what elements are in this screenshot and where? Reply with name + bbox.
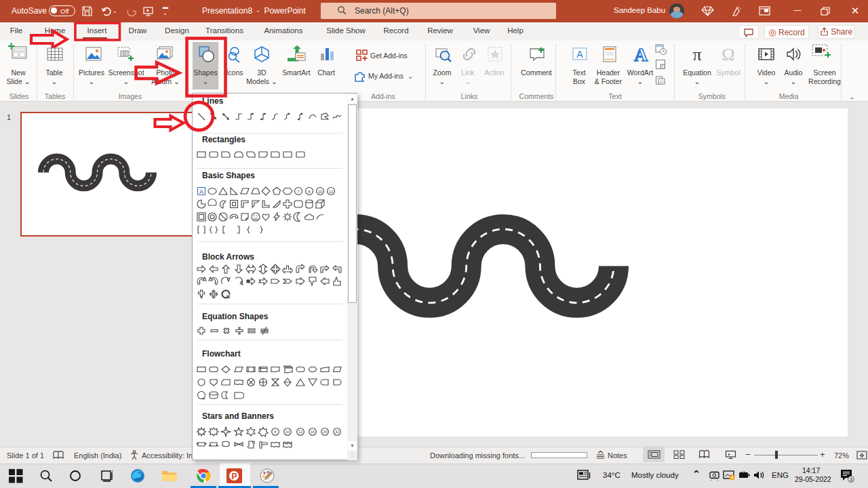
svg-text:10: 10	[285, 430, 290, 434]
svg-text:3: 3	[850, 476, 853, 483]
svg-text:10: 10	[318, 190, 323, 194]
svg-text:8: 8	[308, 190, 311, 194]
svg-text:24: 24	[323, 430, 327, 434]
svg-text:A: A	[634, 45, 648, 64]
svg-text:12: 12	[298, 430, 302, 434]
svg-text:7: 7	[297, 190, 300, 194]
svg-text:32: 32	[335, 430, 339, 434]
svg-text:8: 8	[275, 430, 277, 434]
svg-text:12: 12	[328, 190, 333, 194]
svg-text:Ω: Ω	[722, 45, 734, 64]
svg-text:A: A	[199, 188, 203, 195]
svg-text:π: π	[692, 45, 701, 64]
svg-text:16: 16	[311, 430, 315, 434]
svg-text:A: A	[576, 49, 583, 60]
svg-text:P: P	[231, 472, 237, 481]
